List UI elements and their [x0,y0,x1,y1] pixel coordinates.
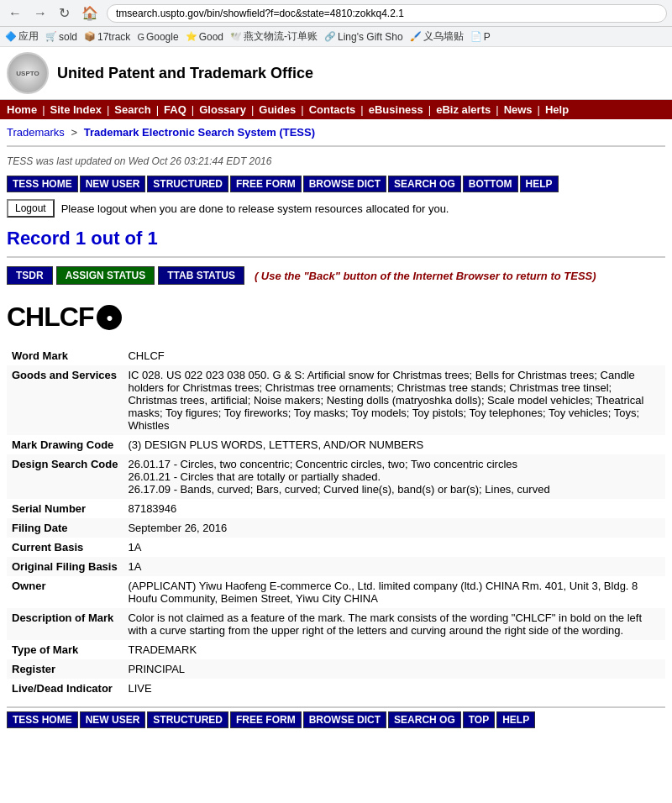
top-divider [7,145,665,147]
home-button[interactable]: 🏠 [78,3,102,23]
nav-news[interactable]: News [504,103,533,116]
nav-help[interactable]: Help [545,103,569,116]
bottom-nav-tess-home[interactable]: TESS HOME [7,711,78,728]
bookmark-lings[interactable]: 🔗 Ling's Gift Sho [324,31,403,43]
table-row: Owner (APPLICANT) Yiwu Haofeng E-commerc… [7,576,665,608]
nav-tess-home[interactable]: TESS HOME [7,176,78,192]
uspto-org-name: United Patent and Trademark Office [57,65,313,82]
nav-contacts[interactable]: Contacts [309,103,356,116]
field-label-live-dead: Live/Dead Indicator [7,679,123,698]
assign-status-button[interactable]: ASSIGN STATUS [56,266,155,285]
field-label-word-mark: Word Mark [7,346,123,365]
tess-updated: TESS was last updated on Wed Oct 26 03:2… [7,150,665,172]
nav-help[interactable]: HELP [520,176,559,192]
top-nav-bar: TESS HOME NEW USER STRUCTURED FREE FORM … [7,172,665,196]
uspto-nav: Home| Site Index| Search| FAQ| Glossary|… [0,100,672,119]
bookmark-yanwen[interactable]: 🕊️ 燕文物流-订单账 [230,29,318,44]
table-row: Mark Drawing Code (3) DESIGN PLUS WORDS,… [7,435,665,454]
logout-button[interactable]: Logout [7,199,55,218]
bottom-nav-new-user[interactable]: NEW USER [80,711,146,728]
nav-home[interactable]: Home [7,103,37,116]
breadcrumb: Trademarks > Trademark Electronic Search… [7,123,665,142]
bottom-nav-search-og[interactable]: SEARCH OG [388,711,461,728]
uspto-title-area: United Patent and Trademark Office [57,65,313,82]
tsdr-button[interactable]: TSDR [7,266,53,285]
table-row: Current Basis 1A [7,538,665,557]
trademark-data-table: Word Mark CHLCF Goods and Services IC 02… [7,346,665,698]
table-row: Original Filing Basis 1A [7,557,665,576]
breadcrumb-current: Trademark Electronic Search System (TESS… [84,126,315,139]
nav-bottom[interactable]: BOTTOM [463,176,518,192]
bottom-nav-free-form[interactable]: FREE FORM [230,711,302,728]
uspto-header: USPTO United Patent and Trademark Office [0,47,672,100]
table-row: Serial Number 87183946 [7,499,665,518]
nav-search[interactable]: Search [114,103,150,116]
browser-toolbar: ← → ↻ 🏠 [0,0,672,27]
table-row: Filing Date September 26, 2016 [7,518,665,538]
nav-structured[interactable]: STRUCTURED [147,176,228,192]
field-label-drawing-code: Mark Drawing Code [7,435,123,454]
forward-button[interactable]: → [30,4,50,23]
bookmark-good[interactable]: ⭐ Good [186,31,223,43]
reload-button[interactable]: ↻ [55,3,73,23]
field-value-current-basis: 1A [123,538,665,557]
nav-glossary[interactable]: Glossary [199,103,246,116]
field-value-word-mark: CHLCF [123,346,665,365]
table-row: Description of Mark Color is not claimed… [7,608,665,640]
field-value-design-code: 26.01.17 - Circles, two concentric; Conc… [123,454,665,499]
field-value-owner: (APPLICANT) Yiwu Haofeng E-commerce Co.,… [123,576,665,608]
field-value-filing-date: September 26, 2016 [123,518,665,538]
logout-message: Please logout when you are done to relea… [61,202,449,215]
field-label-design-code: Design Search Code [7,454,123,499]
table-row: Live/Dead Indicator LIVE [7,679,665,698]
back-message: ( Use the "Back" button of the Internet … [255,270,596,282]
nav-guides[interactable]: Guides [259,103,296,116]
uspto-logo: USPTO [7,52,49,94]
ttab-status-button[interactable]: TTAB STATUS [158,266,244,285]
nav-ebusiness[interactable]: eBusiness [369,103,423,116]
back-button[interactable]: ← [5,4,25,23]
field-value-description: Color is not claimed as a feature of the… [123,608,665,640]
field-label-original-basis: Original Filing Basis [7,557,123,576]
bottom-nav-bar: TESS HOME NEW USER STRUCTURED FREE FORM … [7,706,665,732]
address-bar[interactable] [107,4,667,23]
nav-free-form[interactable]: FREE FORM [230,176,302,192]
nav-search-og[interactable]: SEARCH OG [388,176,461,192]
logo-letters: CHLCF [7,302,93,333]
bottom-nav-structured[interactable]: STRUCTURED [147,711,228,728]
logo-circle-icon: ● [97,305,122,330]
nav-browse-dict[interactable]: BROWSE DICT [303,176,386,192]
field-value-serial: 87183946 [123,499,665,518]
nav-site-index[interactable]: Site Index [50,103,102,116]
bookmark-google[interactable]: G Google [137,31,178,43]
field-label-owner: Owner [7,576,123,608]
bottom-nav-help[interactable]: HELP [496,711,535,728]
nav-faq[interactable]: FAQ [164,103,186,116]
bottom-nav-top[interactable]: TOP [463,711,495,728]
bookmark-sold[interactable]: 🛒 sold [45,31,77,43]
nav-new-user[interactable]: NEW USER [80,176,146,192]
action-bar: TSDR ASSIGN STATUS TTAB STATUS ( Use the… [7,263,665,288]
breadcrumb-trademarks[interactable]: Trademarks [7,126,65,139]
nav-ebiz-alerts[interactable]: eBiz alerts [436,103,491,116]
bookmark-p[interactable]: 📄 P [470,31,491,43]
table-row: Type of Mark TRADEMARK [7,640,665,659]
field-label-type: Type of Mark [7,640,123,659]
bottom-nav-browse-dict[interactable]: BROWSE DICT [303,711,386,728]
field-label-register: Register [7,659,123,679]
logout-bar: Logout Please logout when you are done t… [7,196,665,221]
logo-display: CHLCF● [7,288,665,346]
bookmark-17track[interactable]: 📦 17track [84,31,130,43]
field-label-current-basis: Current Basis [7,538,123,557]
field-value-register: PRINCIPAL [123,659,665,679]
record-heading: Record 1 out of 1 [7,221,665,258]
field-label-filing-date: Filing Date [7,518,123,538]
main-content: Trademarks > Trademark Electronic Search… [0,119,672,735]
table-row: Design Search Code 26.01.17 - Circles, t… [7,454,665,499]
bookmark-apps[interactable]: 🔷 应用 [5,29,39,44]
bookmarks-bar: 🔷 应用 🛒 sold 📦 17track G Google ⭐ Good 🕊️… [0,27,672,47]
field-value-type: TRADEMARK [123,640,665,659]
trademark-logo: CHLCF● [7,302,665,333]
bookmark-yiwu[interactable]: 🖌️ 义乌墙贴 [410,29,464,44]
field-label-description: Description of Mark [7,608,123,640]
